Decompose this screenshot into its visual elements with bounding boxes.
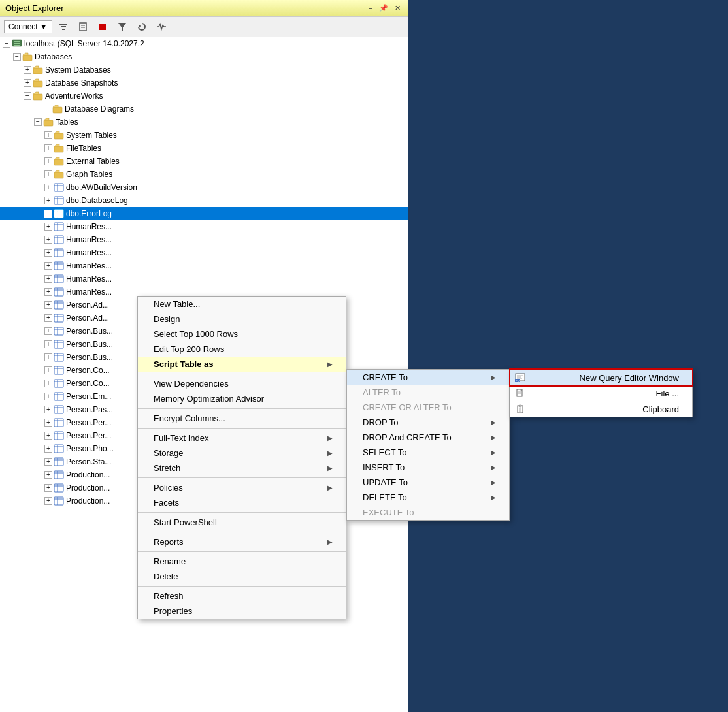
menu-encrypt-columns[interactable]: Encrypt Columns... [138, 411, 346, 426]
expand-errorlog[interactable] [44, 210, 52, 218]
tree-node-errorlog[interactable]: dbo.ErrorLog [0, 207, 408, 220]
menu-rename[interactable]: Rename [138, 554, 346, 569]
expand-humanres2[interactable] [44, 236, 52, 244]
reports-arrow: ▶ [327, 538, 333, 545]
menu-policies[interactable]: Policies ▶ [138, 480, 346, 495]
tree-node-adventureworks[interactable]: AdventureWorks [0, 89, 408, 103]
tree-node-external-tables[interactable]: External Tables [0, 155, 408, 168]
tree-node-humanres3[interactable]: HumanRes... [0, 246, 408, 259]
refresh-toolbar-button[interactable] [133, 20, 150, 34]
tree-node-diagrams[interactable]: Database Diagrams [0, 103, 408, 116]
expand-prod1[interactable] [44, 471, 52, 479]
pin-button[interactable]: 📌 [377, 3, 390, 13]
expand-person-pas[interactable] [44, 406, 52, 413]
tree-node-humanres2[interactable]: HumanRes... [0, 233, 408, 246]
expand-humanres5[interactable] [44, 275, 52, 283]
expand-person-pho[interactable] [44, 445, 52, 453]
menu-script-table[interactable]: Script Table as ▶ [138, 357, 346, 372]
expand-awbuildversion[interactable] [44, 184, 52, 191]
menu-drop-and-create-to-label: DROP And CREATE To [363, 432, 452, 442]
expand-person-em[interactable] [44, 393, 52, 400]
tree-node-tables[interactable]: Tables [0, 116, 408, 129]
tree-node-humanres5[interactable]: HumanRes... [0, 272, 408, 285]
menu-start-powershell[interactable]: Start PowerShell [138, 515, 346, 530]
expand-humanres3[interactable] [44, 249, 52, 257]
filter-toolbar-button[interactable] [55, 20, 72, 34]
separator-4 [138, 477, 346, 478]
tree-node-filetables[interactable]: FileTables [0, 142, 408, 155]
menu-new-table-label: New Table... [154, 299, 200, 309]
tree-node-databases[interactable]: Databases [0, 50, 408, 63]
tree-node-awbuildversion[interactable]: dbo.AWBuildVersion [0, 181, 408, 194]
menu-storage-label: Storage [154, 448, 184, 458]
menu-clipboard[interactable]: Clipboard [510, 401, 692, 417]
connect-button[interactable]: Connect ▼ [4, 20, 52, 33]
tree-node-humanres4[interactable]: HumanRes... [0, 259, 408, 272]
menu-facets[interactable]: Facets [138, 495, 346, 510]
stop-toolbar-button[interactable] [94, 20, 111, 34]
menu-update-to[interactable]: UPDATE To ▶ [347, 475, 509, 490]
expand-person-ad2[interactable] [44, 314, 52, 322]
tree-node-system-databases[interactable]: System Databases [0, 63, 408, 76]
menu-new-query-editor[interactable]: SQL New Query Editor Window [510, 370, 692, 385]
menu-create-to[interactable]: CREATE To ▶ [347, 370, 509, 385]
expand-databaselog[interactable] [44, 197, 52, 204]
menu-select-top[interactable]: Select Top 1000 Rows [138, 327, 346, 342]
expand-person-bus2[interactable] [44, 340, 52, 348]
expand-tables[interactable] [34, 118, 42, 126]
expand-snapshots[interactable] [24, 79, 31, 87]
expand-person-bus1[interactable] [44, 327, 52, 335]
menu-drop-and-create-to[interactable]: DROP And CREATE To ▶ [347, 430, 509, 445]
menu-insert-to[interactable]: INSERT To ▶ [347, 460, 509, 475]
menu-select-to[interactable]: SELECT To ▶ [347, 445, 509, 460]
tree-node-snapshots[interactable]: Database Snapshots [0, 76, 408, 89]
expand-external-tables[interactable] [44, 157, 52, 165]
expand-person-sta[interactable] [44, 458, 52, 466]
menu-edit-top[interactable]: Edit Top 200 Rows [138, 342, 346, 357]
menu-new-table[interactable]: New Table... [138, 297, 346, 312]
filter2-toolbar-button[interactable] [114, 20, 131, 34]
menu-view-dependencies[interactable]: View Dependencies [138, 376, 346, 391]
menu-reports[interactable]: Reports ▶ [138, 534, 346, 549]
expand-prod2[interactable] [44, 484, 52, 492]
expand-system-databases[interactable] [24, 66, 31, 74]
tree-node-databaselog[interactable]: dbo.DatabaseLog [0, 194, 408, 207]
menu-delete-to[interactable]: DELETE To ▶ [347, 490, 509, 505]
expand-system-tables[interactable] [44, 131, 52, 139]
expand-server[interactable] [3, 40, 10, 48]
activity-toolbar-button[interactable] [153, 20, 170, 34]
expand-person-co2[interactable] [44, 380, 52, 387]
expand-filetables[interactable] [44, 144, 52, 152]
expand-graph-tables[interactable] [44, 170, 52, 178]
tree-node-graph-tables[interactable]: Graph Tables [0, 168, 408, 181]
tree-node-humanres1[interactable]: HumanRes... [0, 220, 408, 233]
menu-stretch[interactable]: Stretch ▶ [138, 461, 346, 476]
menu-drop-to[interactable]: DROP To ▶ [347, 415, 509, 430]
menu-memory-advisor[interactable]: Memory Optimization Advisor [138, 391, 346, 406]
menu-storage[interactable]: Storage ▶ [138, 445, 346, 461]
tree-node-system-tables[interactable]: System Tables [0, 129, 408, 142]
tree-node-server[interactable]: localhost (SQL Server 14.0.2027.2 [0, 37, 408, 50]
menu-fulltext-index-label: Full-Text Index [154, 433, 209, 443]
expand-humanres1[interactable] [44, 223, 52, 231]
expand-humanres4[interactable] [44, 262, 52, 270]
minimize-button[interactable]: − [367, 4, 374, 13]
expand-person-co1[interactable] [44, 366, 52, 374]
menu-file[interactable]: File ... [510, 385, 692, 401]
expand-person-per1[interactable] [44, 419, 52, 427]
properties-toolbar-button[interactable] [74, 20, 91, 34]
expand-prod3[interactable] [44, 497, 52, 505]
expand-person-ad1[interactable] [44, 301, 52, 309]
close-button[interactable]: ✕ [393, 3, 403, 13]
script-table-arrow: ▶ [327, 361, 333, 368]
menu-refresh[interactable]: Refresh [138, 589, 346, 604]
expand-databases[interactable] [13, 53, 21, 61]
menu-delete[interactable]: Delete [138, 569, 346, 584]
expand-person-bus3[interactable] [44, 353, 52, 361]
menu-design[interactable]: Design [138, 312, 346, 327]
expand-adventureworks[interactable] [24, 92, 31, 100]
menu-properties[interactable]: Properties [138, 604, 346, 619]
menu-fulltext-index[interactable]: Full-Text Index ▶ [138, 430, 346, 445]
expand-person-per2[interactable] [44, 432, 52, 440]
expand-humanres6[interactable] [44, 288, 52, 296]
